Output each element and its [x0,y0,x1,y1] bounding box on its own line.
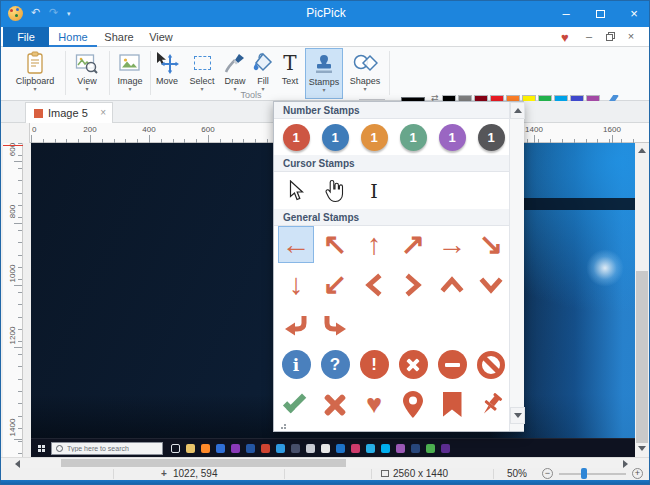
stamp-no-entry[interactable] [473,346,509,383]
captured-start-icon [38,445,46,453]
stamp-info[interactable]: i [278,346,314,383]
stamp-map-pin[interactable] [395,386,431,423]
horizontal-scroll-thumb[interactable] [61,459,346,467]
stamp-number-2[interactable]: 1 [317,119,353,155]
document-tab-image5[interactable]: Image 5 × [25,102,113,123]
stamp-arrow-down-left[interactable]: ↙ [317,266,353,303]
scroll-right-icon[interactable] [623,460,628,468]
stamp-number-6[interactable]: 1 [473,119,509,155]
stamp-exclamation[interactable]: ! [356,346,392,383]
zoom-in-button[interactable]: + [632,468,643,479]
image-dimensions: 2560 x 1440 [393,468,448,479]
image-icon [111,50,149,76]
v-ruler-label: 800 [8,202,17,222]
scroll-left-icon[interactable] [15,460,20,468]
captured-taskbar-search: Type here to search [51,442,163,455]
tab-view[interactable]: View [141,27,181,47]
shapes-button[interactable]: Shapes ▾ [345,48,385,99]
stamp-arrow-right[interactable]: → [434,226,470,263]
child-close-button[interactable]: × [623,30,639,42]
stamp-arrow-down-right[interactable]: ↘ [473,226,509,263]
stamps-panel: Number Stamps 111111 Cursor Stamps I Gen… [273,101,524,432]
stamp-arrow-left[interactable]: ← [278,226,314,263]
stamp-arrow-up-left[interactable]: ↖ [317,226,353,263]
stamp-arrow-up[interactable]: ↑ [356,226,392,263]
zoom-slider-track[interactable] [559,473,626,475]
stamp-ibeam-cursor[interactable]: I [356,172,392,209]
vertical-ruler: 600800100012001400 [3,143,23,457]
vertical-scrollbar[interactable] [635,143,649,457]
stamp-chevron-down[interactable] [473,266,509,303]
h-ruler-label: 600 [201,125,214,134]
ribbon-tab-strip: File Home Share View ♥ – × [1,27,650,47]
cursor-stamps-row: I [278,172,509,209]
ruler-position-marker [3,145,23,146]
stamp-number-3[interactable]: 1 [356,119,392,155]
child-restore-button[interactable] [601,30,617,43]
captured-app-icon [366,444,375,453]
image-button[interactable]: Image ▾ [111,48,149,99]
stamp-curved-arrow-left[interactable] [278,306,314,343]
stamps-panel-scrollbar[interactable] [509,102,524,431]
zoom-out-button[interactable]: − [542,468,553,479]
separator [389,51,390,95]
stamp-cross[interactable] [317,386,353,423]
captured-app-icon [381,444,390,453]
panel-resize-grip[interactable] [278,424,286,430]
tab-file[interactable]: File [3,27,49,47]
stamp-minus[interactable] [434,346,470,383]
clipboard-button[interactable]: Clipboard ▾ [7,48,63,99]
stamp-heart[interactable]: ♥ [356,386,392,423]
stamp-chevron-up[interactable] [434,266,470,303]
captured-app-icon [306,444,315,453]
captured-app-icon [336,444,345,453]
stamp-hand-cursor[interactable] [317,172,353,209]
stamp-arrow-up-right[interactable]: ↗ [395,226,431,263]
number-stamps-row: 111111 [278,119,509,155]
stamp-curved-arrow-right[interactable] [317,306,353,343]
stamp-number-1[interactable]: 1 [278,119,314,155]
maximize-button[interactable] [583,1,617,27]
stamp-pushpin[interactable] [473,386,509,423]
stamp-cancel[interactable] [395,346,431,383]
stamp-chevron-left[interactable] [356,266,392,303]
fill-icon [250,50,276,76]
heart-icon[interactable]: ♥ [561,30,569,45]
view-button[interactable]: View ▾ [67,48,107,99]
stamp-number-5[interactable]: 1 [434,119,470,155]
general-stamps-grid: ←↖↑↗→↘↓↙i?!♥ [278,226,509,423]
stamp-arrow-down[interactable]: ↓ [278,266,314,303]
separator [109,51,110,95]
h-ruler-label: 0 [32,125,36,134]
panel-scroll-up-icon[interactable] [510,102,525,119]
vertical-scroll-thumb[interactable] [636,271,648,443]
general-stamps-header: General Stamps [274,209,509,226]
zoom-slider-thumb[interactable] [581,468,587,479]
tab-home[interactable]: Home [49,27,97,47]
move-button[interactable]: Move [151,48,183,99]
tab-share[interactable]: Share [97,27,141,47]
captured-app-icon [396,444,405,453]
h-ruler-label: 400 [142,125,155,134]
panel-scroll-down-icon[interactable] [510,407,525,424]
close-button[interactable]: × [617,1,650,27]
stamp-arrow-cursor[interactable] [278,172,314,209]
stamp-question[interactable]: ? [317,346,353,383]
captured-app-icon [291,444,300,453]
stamp-check[interactable] [278,386,314,423]
v-ruler-label: 1400 [8,418,17,438]
stamp-chevron-right[interactable] [395,266,431,303]
stamp-bookmark[interactable] [434,386,470,423]
document-tab-close-icon[interactable]: × [100,107,106,118]
scroll-down-icon[interactable] [638,446,646,451]
clipboard-icon [7,50,63,76]
status-bar: + 1022, 594 2560 x 1440 50% − + [1,468,650,480]
ruler-corner [1,123,30,143]
captured-app-icon [321,444,330,453]
stamp-number-4[interactable]: 1 [395,119,431,155]
minimize-button[interactable]: – [549,1,583,27]
horizontal-scrollbar[interactable] [1,457,650,468]
child-minimize-button[interactable]: – [581,30,597,42]
scroll-up-icon[interactable] [638,148,646,153]
captured-app-icon [246,444,255,453]
